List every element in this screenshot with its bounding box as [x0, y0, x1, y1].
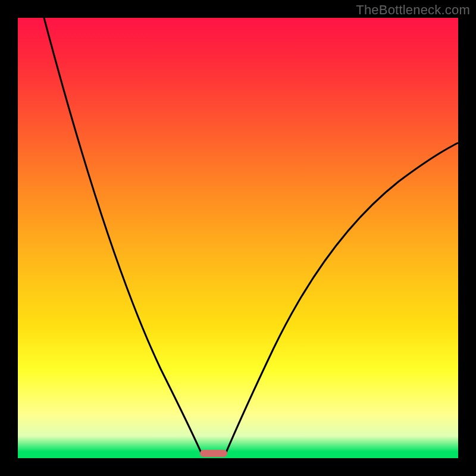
curve-right	[225, 143, 458, 455]
plot-area	[18, 18, 458, 458]
curve-left	[44, 18, 202, 455]
chart-frame: TheBottleneck.com	[0, 0, 476, 476]
bottleneck-curves	[18, 18, 458, 458]
watermark-text: TheBottleneck.com	[356, 2, 470, 18]
bottleneck-marker	[200, 450, 227, 457]
